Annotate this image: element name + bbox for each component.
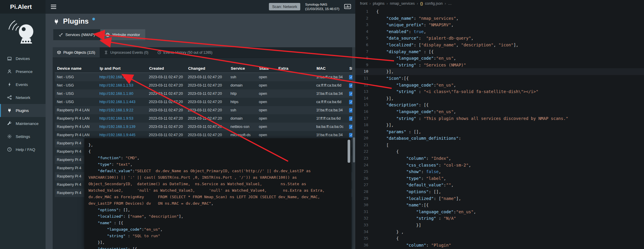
column-header[interactable]: Device name	[55, 66, 97, 71]
code-line[interactable]: 23 "column": "Index",	[355, 155, 644, 162]
ip-port-link[interactable]: http://192.168.1.1:22	[97, 75, 147, 79]
page-title: Plugins	[63, 17, 89, 25]
code-line[interactable]: 29 "localized": ["name"],	[355, 195, 644, 202]
ip-port-link[interactable]: http://192.168.1.1:443	[97, 100, 147, 104]
ip-port-link[interactable]: http://192.168.1.1:53	[97, 83, 147, 87]
code-line[interactable]: 15 "description": [{	[355, 102, 644, 108]
tab-website-monitor[interactable]: Website monitor	[100, 29, 146, 40]
code-line[interactable]: 30 "name":[{	[355, 202, 644, 209]
sidebar-item-network[interactable]: Network	[0, 91, 46, 104]
code-line[interactable]: 33 }]	[355, 222, 644, 229]
code-line[interactable]: 22 {	[355, 148, 644, 155]
status-checkbox[interactable]: ✓	[349, 75, 352, 79]
tab-services-nmap[interactable]: Services (NMAP)	[53, 29, 100, 40]
code-line[interactable]: 25 "show": false,	[355, 168, 644, 175]
line-content: "localized": ["name"],	[368, 195, 461, 202]
info-dot[interactable]	[92, 18, 95, 20]
code-line[interactable]: 34 } ,	[355, 229, 644, 235]
ip-port-link[interactable]: http://192.168.1.9:22	[97, 108, 147, 112]
column-header[interactable]: Extra	[276, 66, 314, 71]
sidebar-item-help[interactable]: ? Help / FAQ	[0, 143, 46, 156]
breadcrumb-item[interactable]: front	[360, 1, 367, 6]
status-checkbox[interactable]: ✓	[349, 108, 352, 113]
sidebar-item-maintenance[interactable]: Maintenance	[0, 117, 46, 130]
sidebar-item-events[interactable]: Events	[0, 78, 46, 91]
scrollbar-thumb[interactable]	[353, 137, 355, 162]
column-header[interactable]: Ip and Port	[97, 66, 147, 71]
code-line[interactable]: 21 [	[355, 142, 644, 149]
breadcrumb-item[interactable]: config.json	[425, 1, 443, 6]
column-header[interactable]: Changed	[186, 66, 228, 71]
code-line[interactable]: 20 "database_column_definitions":	[355, 135, 644, 142]
code-line[interactable]: 26 "type": "label",	[355, 175, 644, 182]
code-line[interactable]: 35 {	[355, 235, 644, 242]
overlay-scrollbar[interactable]	[348, 139, 350, 248]
code-line[interactable]: 14 }],	[355, 95, 644, 102]
subtab-events-history[interactable]: Events History (50 out of 1265)	[153, 47, 217, 58]
code-line[interactable]: 18 }],	[355, 122, 644, 128]
line-content: "localized": ["display_name", "descripti…	[368, 42, 518, 48]
status-checkbox[interactable]: ✓	[349, 92, 352, 96]
code-line[interactable]: 24 "css_classes": "col-sm-2",	[355, 162, 644, 169]
ip-port-link[interactable]: http://192.168.1.1:80	[97, 92, 147, 96]
sidebar-item-plugins[interactable]: Plugins	[0, 104, 46, 117]
code-line[interactable]: 2 "code_name": "nmap_services",	[355, 15, 644, 22]
code-token: "string"	[396, 89, 416, 94]
app-scrollbar[interactable]	[353, 47, 355, 249]
subtab-unprocessed-events[interactable]: Unprocessed Events (0)	[100, 47, 153, 58]
code-line[interactable]: 17 "string" : "This plugin shows all ser…	[355, 115, 644, 122]
sidebar-item-devices[interactable]: Devices	[0, 52, 46, 65]
status-checkbox[interactable]: ✓	[349, 125, 352, 129]
code-line[interactable]: 11 "icon":[{	[355, 75, 644, 82]
code-line[interactable]: 32 "string" : "N/A"	[355, 215, 644, 222]
code-line[interactable]: 13 "string" : "<i class=\"fa-solid fa-sa…	[355, 88, 644, 95]
status-checkbox[interactable]: ✓	[349, 133, 352, 137]
code-line[interactable]: 36 "column": "Plugin"	[355, 242, 644, 249]
column-header[interactable]: Created	[147, 66, 186, 71]
column-header[interactable]: Status	[347, 66, 352, 71]
ip-port-link[interactable]: http://192.168.1.9:53	[97, 116, 147, 121]
changed-cell: 2023-03-11 02:47:20	[186, 75, 228, 79]
sidebar-item-settings[interactable]: Settings	[0, 130, 46, 143]
code-line[interactable]: 5 "data_source": "pialert-db-query",	[355, 35, 644, 42]
brand-logo[interactable]: Pi.Alert	[0, 0, 46, 14]
breadcrumb-item[interactable]: plugins	[373, 1, 385, 6]
code-line[interactable]: 27 "default_value":"",	[355, 182, 644, 188]
sidebar-toggle-button[interactable]	[51, 5, 56, 9]
code-line[interactable]: 9 "string" : "Services (NMAP)"	[355, 62, 644, 69]
code-line[interactable]: 8 "language_code":"en_us",	[355, 55, 644, 62]
code-line[interactable]: 10 }],	[355, 68, 644, 75]
column-header[interactable]: State	[257, 66, 276, 71]
scrollbar-thumb[interactable]	[348, 140, 350, 163]
code-line[interactable]: 4 "enabled": true,	[355, 28, 644, 35]
device-name-cell: Raspberry Pi 4 LAN	[55, 133, 97, 137]
network-scan-icon[interactable]	[344, 3, 351, 10]
ip-port-link[interactable]: http://192.168.1.9:445	[97, 133, 147, 137]
ip-port-link[interactable]: http://192.168.1.9:139	[97, 125, 147, 129]
status-checkbox[interactable]: ✓	[349, 83, 352, 88]
column-header[interactable]: MAC	[314, 66, 347, 71]
code-line[interactable]: 1{	[355, 8, 644, 15]
overlay-code-line: "name" : [{	[88, 220, 343, 226]
table-row: Net - USGhttp://192.168.1.1:532023-03-11…	[55, 81, 352, 89]
breadcrumb-item[interactable]: nmap_services	[390, 1, 415, 6]
status-checkbox[interactable]: ✓	[349, 100, 352, 104]
code-line[interactable]: 31 "language_code":"en_us",	[355, 209, 644, 215]
subtab-plugin-objects[interactable]: Plugin Objects (115)	[53, 47, 100, 58]
code-line[interactable]: 3 "unique_prefix": "NMAPSRV",	[355, 22, 644, 28]
code-line[interactable]: 12 "language_code":"en_us",	[355, 82, 644, 89]
code-line[interactable]: 19 "params" : [],	[355, 128, 644, 135]
breadcrumb-item[interactable]: …	[448, 1, 452, 6]
line-content: "code_name": "nmap_services",	[368, 15, 459, 22]
sidebar-item-presence[interactable]: Presence	[0, 65, 46, 78]
line-number: 1	[355, 8, 368, 15]
code-line[interactable]: 7 "display_name" : [{	[355, 48, 644, 55]
code-line[interactable]: 16 "language_code":"en_us",	[355, 108, 644, 115]
status-checkbox[interactable]: ✓	[349, 116, 352, 121]
screen: Pi.Alert Scan: Network Synology-NAS (11/…	[0, 0, 644, 249]
code-line[interactable]: 28 "options": [],	[355, 188, 644, 195]
code-token: "display_name"	[386, 49, 421, 54]
created-cell: 2023-03-11 02:47:20	[147, 75, 186, 79]
column-header[interactable]: Service	[228, 66, 257, 71]
code-line[interactable]: 6 "localized": ["display_name", "descrip…	[355, 42, 644, 48]
